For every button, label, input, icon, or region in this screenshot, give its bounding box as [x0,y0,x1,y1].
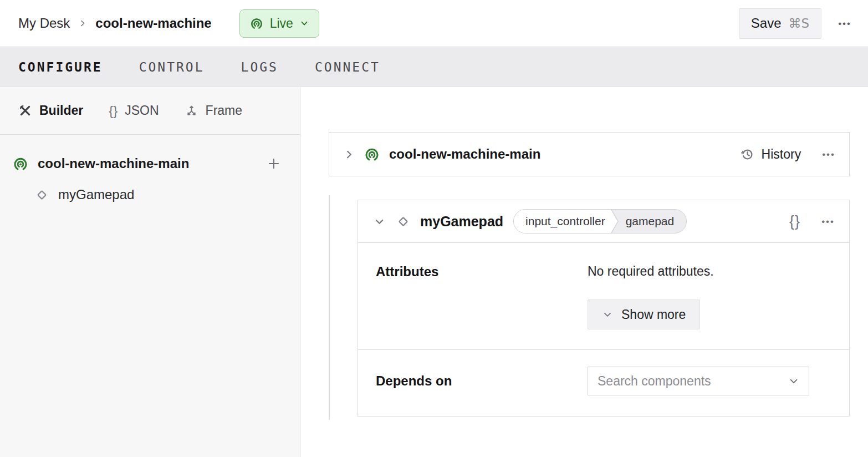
tab-configure[interactable]: CONFIGURE [18,60,103,74]
chevron-down-icon [373,215,386,228]
component-type-badge: input_controller gamepad [513,209,687,233]
part-expand-button[interactable] [343,148,355,161]
breadcrumb-parent-link[interactable]: My Desk [18,16,70,31]
chevron-down-icon [602,309,613,320]
depends-on-label: Depends on [376,373,588,389]
view-tab-builder[interactable]: Builder [18,103,83,118]
attributes-label: Attributes [376,264,588,329]
chevron-right-icon [343,148,355,161]
component-card-header: myGamepad input_controller gamepad {} ••… [358,200,849,243]
machine-nav-tabs: CONFIGURE CONTROL LOGS CONNECT [0,47,868,87]
top-bar: My Desk cool-new-machine Live Save ⌘S ••… [0,0,868,47]
machine-status-dropdown[interactable]: Live [239,9,319,38]
badge-separator [609,210,619,233]
component-tree: cool-new-machine-main myGamepad [0,135,300,209]
add-component-button[interactable] [267,156,281,171]
history-button[interactable]: History [740,147,801,162]
component-collapse-button[interactable] [373,215,386,228]
tree-item-component[interactable]: myGamepad [12,181,281,209]
component-diamond-icon [34,187,49,202]
part-menu-button[interactable]: ••• [822,150,835,159]
depends-on-section: Depends on [358,350,849,416]
view-tab-frame[interactable]: Frame [185,103,242,118]
component-diamond-icon [396,214,411,229]
view-tab-label: Builder [39,103,83,118]
history-label: History [762,147,801,162]
tab-logs[interactable]: LOGS [241,60,278,74]
attributes-value: No required attributes. Show more [588,264,831,329]
config-main-panel: cool-new-machine-main History ••• [300,87,868,457]
component-menu-button[interactable]: ••• [821,217,835,226]
configure-workspace: Builder {} JSON Frame [0,87,868,457]
show-more-button[interactable]: Show more [588,299,700,329]
chevron-down-icon [299,18,309,28]
viam-live-icon [249,16,264,31]
attributes-section: Attributes No required attributes. Show … [358,243,849,350]
save-label: Save [751,16,782,31]
show-more-label: Show more [621,307,686,322]
edit-json-button[interactable]: {} [789,214,800,229]
part-card: cool-new-machine-main History ••• [329,132,850,176]
braces-icon: {} [109,104,118,118]
ellipsis-icon: ••• [822,150,835,159]
ellipsis-icon: ••• [821,217,835,226]
chevron-down-icon [788,375,800,387]
tools-icon [18,104,32,118]
save-button[interactable]: Save ⌘S [739,8,821,39]
nested-components-group: myGamepad input_controller gamepad {} ••… [329,195,850,420]
part-card-title: cool-new-machine-main [389,146,540,162]
view-tab-label: JSON [125,103,159,118]
component-type: input_controller [514,210,609,233]
tree-component-label: myGamepad [58,187,134,202]
search-components-input[interactable] [598,374,788,389]
component-card-title: myGamepad [420,214,503,230]
frame-axes-icon [185,104,198,118]
breadcrumb-current: cool-new-machine [95,16,211,31]
tree-item-part[interactable]: cool-new-machine-main [12,150,281,177]
breadcrumb: My Desk cool-new-machine [18,16,212,31]
chevron-right-icon [78,19,87,28]
depends-on-dropdown[interactable] [588,367,809,395]
viam-part-icon [12,155,29,172]
tab-connect[interactable]: CONNECT [315,60,380,74]
attributes-empty-text: No required attributes. [588,264,831,279]
history-clock-icon [740,147,755,162]
tab-control[interactable]: CONTROL [139,60,205,74]
viam-part-icon [364,146,380,163]
config-sidebar: Builder {} JSON Frame [0,87,300,457]
view-tab-json[interactable]: {} JSON [109,103,159,118]
save-shortcut: ⌘S [789,16,810,31]
plus-icon [267,156,281,171]
config-view-tabs: Builder {} JSON Frame [0,87,300,135]
status-label: Live [270,16,293,31]
machine-menu-button[interactable]: ••• [838,19,851,28]
tree-part-label: cool-new-machine-main [38,156,189,171]
component-model: gamepad [619,210,687,233]
view-tab-label: Frame [206,103,242,118]
ellipsis-icon: ••• [838,19,851,28]
component-card: myGamepad input_controller gamepad {} ••… [358,200,850,417]
